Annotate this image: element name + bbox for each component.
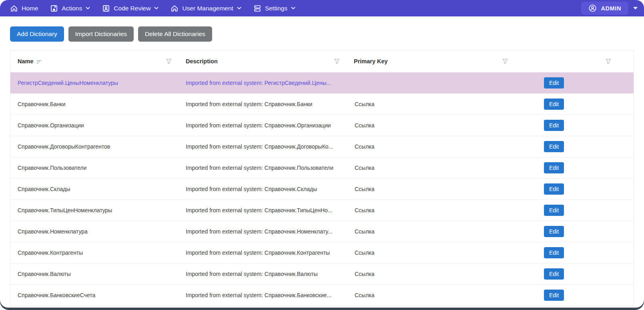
filter-funnel-icon[interactable] — [334, 58, 340, 64]
table-row[interactable]: Справочник.ТипыЦенНоменклатуры Imported … — [10, 199, 634, 221]
cell-primary-key: Ссылка — [347, 207, 515, 213]
cell-name: Справочник.Организации — [10, 122, 179, 129]
cell-name: Справочник.Номенклатура — [10, 228, 179, 235]
chevron-down-icon — [291, 7, 295, 10]
edit-button[interactable]: Edit — [544, 205, 564, 216]
cell-actions: Edit — [515, 99, 634, 110]
caret-down-icon — [633, 7, 638, 10]
edit-button[interactable]: Edit — [544, 247, 564, 258]
edit-button[interactable]: Edit — [544, 290, 564, 301]
cell-description: Imported from external system: Справочни… — [179, 271, 347, 277]
cell-description: Imported from external system: РегистрСв… — [179, 80, 347, 86]
nav-item-label: Code Review — [114, 5, 150, 12]
nav-item-label: Settings — [265, 5, 287, 12]
edit-button[interactable]: Edit — [544, 162, 564, 173]
sort-indicator-icon[interactable] — [36, 60, 42, 64]
chevron-down-icon — [154, 7, 158, 10]
cell-actions: Edit — [515, 247, 634, 258]
dictionaries-table: Name Description Primary Key — [10, 50, 634, 306]
filter-funnel-icon[interactable] — [502, 58, 508, 64]
cell-primary-key: Ссылка — [347, 228, 515, 235]
column-label: Primary Key — [354, 58, 388, 64]
cell-primary-key: Ссылка — [347, 143, 515, 150]
import-dictionaries-button[interactable]: Import Dictionaries — [68, 26, 134, 42]
cell-name: Справочник.Пользователи — [10, 165, 179, 171]
nav-item-user-management[interactable]: User Management — [165, 0, 247, 16]
cell-actions: Edit — [515, 162, 634, 173]
cell-name: Справочник.ТипыЦенНоменклатуры — [10, 207, 179, 213]
nav-item-home[interactable]: Home — [4, 0, 44, 16]
home-icon — [171, 4, 179, 12]
table-row[interactable]: Справочник.Номенклатура Imported from ex… — [10, 221, 634, 242]
nav-item-label: Actions — [62, 5, 82, 12]
table-row[interactable]: Справочник.Пользователи Imported from ex… — [10, 157, 634, 178]
cell-primary-key: Ссылка — [347, 165, 515, 171]
nav-item-label: User Management — [182, 5, 233, 12]
cell-actions: Edit — [515, 290, 634, 301]
cell-actions: Edit — [515, 120, 634, 131]
cell-description: Imported from external system: Справочни… — [179, 122, 347, 129]
table-row[interactable]: Справочник.ДоговорыКонтрагентов Imported… — [10, 136, 634, 157]
table-row[interactable]: Справочник.БанковскиеСчета Imported from… — [10, 284, 634, 306]
cell-description: Imported from external system: Справочни… — [179, 250, 347, 256]
table-row[interactable]: РегистрСведений.ЦеныНоменклатуры Importe… — [10, 72, 634, 93]
cell-actions: Edit — [515, 141, 634, 152]
edit-button[interactable]: Edit — [544, 99, 564, 110]
cell-actions: Edit — [515, 183, 634, 195]
edit-button[interactable]: Edit — [544, 141, 564, 152]
table-row[interactable]: Справочник.Организации Imported from ext… — [10, 115, 634, 136]
edit-button[interactable]: Edit — [544, 268, 564, 280]
chevron-down-icon — [237, 7, 241, 10]
add-dictionary-button[interactable]: Add Dictionary — [10, 26, 64, 42]
save-icon — [50, 4, 58, 12]
cell-actions: Edit — [515, 268, 634, 280]
contact-card-icon — [102, 4, 110, 12]
nav-item-code-review[interactable]: Code Review — [96, 0, 165, 16]
dictionary-toolbar: Add Dictionary Import Dictionaries Delet… — [0, 16, 644, 42]
nav-item-actions[interactable]: Actions — [44, 0, 96, 16]
cell-primary-key: Ссылка — [347, 250, 515, 256]
table-row[interactable]: Справочник.Склады Imported from external… — [10, 178, 634, 199]
column-header-actions[interactable] — [515, 50, 634, 72]
cell-primary-key: Ссылка — [347, 271, 515, 277]
user-menu-caret-button[interactable] — [632, 4, 641, 12]
edit-button[interactable]: Edit — [544, 226, 564, 237]
admin-menu-button[interactable]: ADMIN — [581, 2, 628, 15]
cell-name: Справочник.Склады — [10, 186, 179, 192]
edit-button[interactable]: Edit — [544, 120, 564, 131]
cell-name: Справочник.Банки — [10, 101, 179, 107]
cell-name: РегистрСведений.ЦеныНоменклатуры — [10, 80, 179, 86]
cell-name: Справочник.Валюты — [10, 271, 179, 277]
cell-primary-key: Ссылка — [347, 186, 515, 192]
cell-actions: Edit — [515, 226, 634, 237]
edit-button[interactable]: Edit — [544, 77, 564, 89]
table-header: Name Description Primary Key — [10, 50, 634, 72]
column-header-primary-key[interactable]: Primary Key — [347, 50, 515, 72]
table-row[interactable]: Справочник.Контрагенты Imported from ext… — [10, 242, 634, 263]
cell-primary-key: Ссылка — [347, 292, 515, 298]
cell-description: Imported from external system: Справочни… — [179, 165, 347, 171]
cell-primary-key: Ссылка — [347, 122, 515, 129]
cell-description: Imported from external system: Справочни… — [179, 292, 347, 298]
top-navbar: Home Actions Code Review User Management… — [0, 0, 644, 16]
cell-name: Справочник.ДоговорыКонтрагентов — [10, 143, 179, 150]
nav-item-label: Home — [22, 5, 38, 12]
table-body: РегистрСведений.ЦеныНоменклатуры Importe… — [10, 72, 634, 306]
delete-all-dictionaries-button[interactable]: Delete All Dictionaries — [138, 26, 212, 42]
nav-item-settings[interactable]: Settings — [247, 0, 301, 16]
edit-button[interactable]: Edit — [544, 183, 564, 195]
home-icon — [10, 4, 18, 12]
column-label: Name — [18, 58, 34, 64]
cell-description: Imported from external system: Справочни… — [179, 101, 347, 107]
filter-funnel-icon[interactable] — [605, 58, 612, 64]
filter-funnel-icon[interactable] — [166, 58, 172, 64]
column-header-description[interactable]: Description — [179, 50, 347, 72]
user-circle-icon — [588, 4, 597, 12]
table-row[interactable]: Справочник.Валюты Imported from external… — [10, 263, 634, 284]
column-header-name[interactable]: Name — [10, 50, 179, 72]
screen: Home Actions Code Review User Management… — [0, 0, 644, 310]
cell-description: Imported from external system: Справочни… — [179, 143, 347, 150]
cell-name: Справочник.БанковскиеСчета — [10, 292, 179, 298]
table-row[interactable]: Справочник.Банки Imported from external … — [10, 93, 634, 115]
nav-right-group: ADMIN — [581, 0, 641, 16]
